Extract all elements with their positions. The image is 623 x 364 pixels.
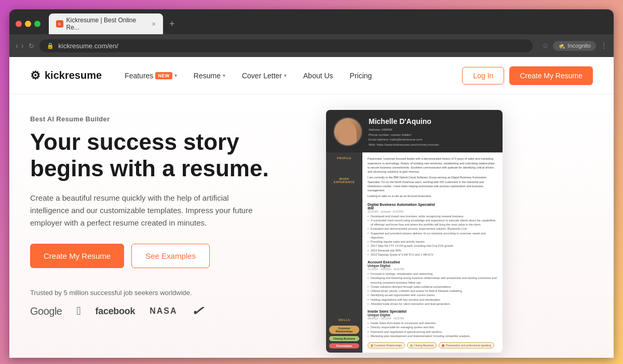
skill-pill-1: Customer Relationships bbox=[368, 342, 405, 348]
skill-dot-3 bbox=[442, 344, 444, 347]
nav-resume[interactable]: Resume ▾ bbox=[186, 67, 233, 84]
job-3-bullet-2: Directly responsible for managing quotes… bbox=[368, 325, 497, 329]
job-2-dates: 11/2014 – 10/2015 · AUSTIN bbox=[368, 268, 497, 271]
resume-name-block: Michelle D'Aquino Address: #99999 Phone … bbox=[369, 117, 495, 147]
bookmark-icon[interactable]: ☆ bbox=[542, 41, 549, 50]
nav-actions: Log In Create My Resume bbox=[462, 66, 593, 85]
hero-buttons: Create My Resume See Examples bbox=[30, 244, 300, 268]
resume-header: Michelle D'Aquino Address: #99999 Phone … bbox=[326, 110, 503, 152]
tab-favicon: K bbox=[56, 20, 63, 27]
nav-features[interactable]: Features NEW ▾ bbox=[117, 67, 184, 84]
resume-profile-text-3: Looking to take on a role as an Account … bbox=[368, 194, 497, 198]
work-label: WORK EXPERIENCE bbox=[329, 177, 359, 184]
resume-profile-text-1: Passionate, customer-focused leader with… bbox=[368, 157, 497, 174]
incognito-icon: 🕵 bbox=[558, 43, 565, 49]
maximize-button[interactable] bbox=[34, 21, 40, 27]
incognito-label: Incognito bbox=[567, 43, 591, 49]
traffic-lights bbox=[16, 21, 40, 27]
nav-about[interactable]: About Us bbox=[296, 67, 341, 84]
refresh-button[interactable]: ↻ bbox=[29, 42, 34, 50]
job-3-dates: 08/2013 – 01/2014 · AUSTIN bbox=[368, 317, 497, 320]
new-tab-button[interactable]: + bbox=[167, 19, 177, 30]
skills-label: SKILLS bbox=[329, 318, 359, 321]
job-2-bullet-5: Identifying up-sell opportunities with c… bbox=[368, 293, 497, 297]
resume-chevron-icon: ▾ bbox=[223, 73, 225, 78]
close-button[interactable] bbox=[16, 21, 22, 27]
job-3-bullet-4: Marketing plan development and implement… bbox=[368, 334, 497, 338]
hero-primary-cta[interactable]: Create My Resume bbox=[30, 244, 124, 268]
skill-name-3: Presentation and professional speaking bbox=[445, 344, 491, 347]
job-2-bullet-4: Utilized email, phone, LinkedIn and even… bbox=[368, 289, 497, 293]
skill-badge-1: Customer Relationships bbox=[329, 326, 359, 334]
resume-profile-section: Passionate, customer-focused leader with… bbox=[368, 157, 497, 198]
resume-profile-text-2: I am currently in the IBM Hybrid Cloud S… bbox=[368, 175, 497, 192]
resume-label: Resume bbox=[194, 72, 221, 80]
nav-pricing[interactable]: Pricing bbox=[343, 67, 380, 84]
url-text: kickresume.com/en/ bbox=[58, 42, 118, 50]
back-button[interactable]: ‹ bbox=[16, 41, 18, 50]
apple-logo:  bbox=[77, 304, 81, 318]
browser-tab[interactable]: K Kickresume | Best Online Re... ✕ bbox=[49, 13, 163, 34]
resume-photo-circle bbox=[334, 118, 361, 145]
incognito-badge: 🕵 Incognito bbox=[553, 41, 596, 51]
job-1-title: Digital Business Automation Specialist bbox=[368, 203, 497, 206]
browser-menu-button[interactable]: ⋮ bbox=[600, 41, 607, 50]
skill-pill-3: Presentation and professional speaking bbox=[439, 342, 494, 348]
main-nav: ⚙ kickresume Features NEW ▾ Resume ▾ Cov… bbox=[9, 57, 614, 94]
features-label: Features bbox=[125, 72, 153, 80]
job-1-bullet-1: Developed and closed new business, while… bbox=[368, 214, 497, 218]
job-2-bullet-7: Attended trade shows for client interact… bbox=[368, 302, 497, 306]
hero-section: Best AI Resume Builder Your success stor… bbox=[9, 94, 614, 358]
resume-body: PROFILE WORK EXPERIENCE SKILLS Customer … bbox=[326, 152, 503, 353]
forward-button[interactable]: › bbox=[21, 41, 24, 50]
job-2-bullet-1: Focused in storage, virtualization and n… bbox=[368, 272, 497, 276]
login-button[interactable]: Log In bbox=[462, 67, 504, 85]
hero-left: Best AI Resume Builder Your success stor… bbox=[30, 110, 300, 347]
job-1-bullet-8: 2016 Signings Quota of 3.2M TCV and 1.4M… bbox=[368, 253, 497, 257]
resume-job-3: Inside Sales Specialist Unique Digital 0… bbox=[368, 310, 497, 338]
tab-close-button[interactable]: ✕ bbox=[152, 21, 156, 27]
features-chevron-icon: ▾ bbox=[174, 73, 177, 78]
resume-address: Address: #99999 bbox=[369, 128, 495, 133]
job-2-company: Unique Digital bbox=[368, 264, 497, 268]
resume-work-section: Digital Business Automation Specialist I… bbox=[368, 203, 497, 339]
skill-pill-2: Closing Business bbox=[407, 342, 437, 348]
hero-secondary-cta[interactable]: See Examples bbox=[131, 244, 210, 268]
browser-actions: ☆ 🕵 Incognito ⋮ bbox=[542, 41, 607, 51]
url-bar[interactable]: 🔒 kickresume.com/en/ bbox=[39, 39, 533, 52]
google-logo: Google bbox=[30, 305, 62, 317]
skill-name-1: Customer Relationships bbox=[374, 344, 402, 347]
resume-job-1: Digital Business Automation Specialist I… bbox=[368, 203, 497, 257]
resume-name: Michelle D'Aquino bbox=[369, 117, 495, 125]
logo[interactable]: ⚙ kickresume bbox=[30, 69, 102, 82]
cover-letter-label: Cover Letter bbox=[242, 72, 282, 80]
features-new-badge: NEW bbox=[155, 72, 172, 79]
facebook-logo: facebook bbox=[96, 306, 136, 317]
nav-cta-button[interactable]: Create My Resume bbox=[509, 66, 593, 85]
skill-dot-2 bbox=[410, 344, 413, 347]
job-1-bullet-4: Supported and provided solution delivery… bbox=[368, 231, 497, 240]
trust-label: Trusted by 5 million successful job seek… bbox=[30, 289, 300, 297]
resume-contact: Address: #99999 Phone number: contact hi… bbox=[369, 128, 495, 147]
cover-letter-chevron-icon: ▾ bbox=[284, 73, 287, 78]
hero-title: Your success story begins with a resume. bbox=[30, 129, 300, 181]
job-1-bullet-3: Evaluated and demonstrated process impro… bbox=[368, 227, 497, 231]
resume-phone: Phone number: contact hidden bbox=[369, 133, 495, 138]
nav-links: Features NEW ▾ Resume ▾ Cover Letter ▾ A… bbox=[117, 67, 462, 84]
job-2-title: Account Executive bbox=[368, 260, 497, 264]
hero-eyebrow: Best AI Resume Builder bbox=[30, 115, 300, 123]
resume-sidebar: PROFILE WORK EXPERIENCE SKILLS Customer … bbox=[326, 152, 362, 353]
nike-logo: ✓ bbox=[191, 304, 204, 318]
nav-cover-letter[interactable]: Cover Letter ▾ bbox=[235, 67, 294, 84]
job-2-bullet-6: Holding negotiations with key vendors an… bbox=[368, 298, 497, 302]
logo-text: kickresume bbox=[45, 69, 102, 81]
resume-web: Web: https://www.kickresume.com/cv/mary-… bbox=[369, 143, 495, 148]
resume-photo bbox=[333, 117, 362, 146]
profile-section-sidebar: PROFILE bbox=[329, 157, 359, 162]
skills-section-sidebar: SKILLS Customer Relationships Closing Bu… bbox=[329, 318, 359, 348]
skills-grid: Customer Relationships Closing Business … bbox=[329, 326, 359, 348]
tab-bar: K Kickresume | Best Online Re... ✕ + bbox=[9, 13, 614, 34]
job-1-company: IBM bbox=[368, 206, 497, 210]
resume-main: Passionate, customer-focused leader with… bbox=[362, 152, 503, 353]
minimize-button[interactable] bbox=[25, 21, 31, 27]
